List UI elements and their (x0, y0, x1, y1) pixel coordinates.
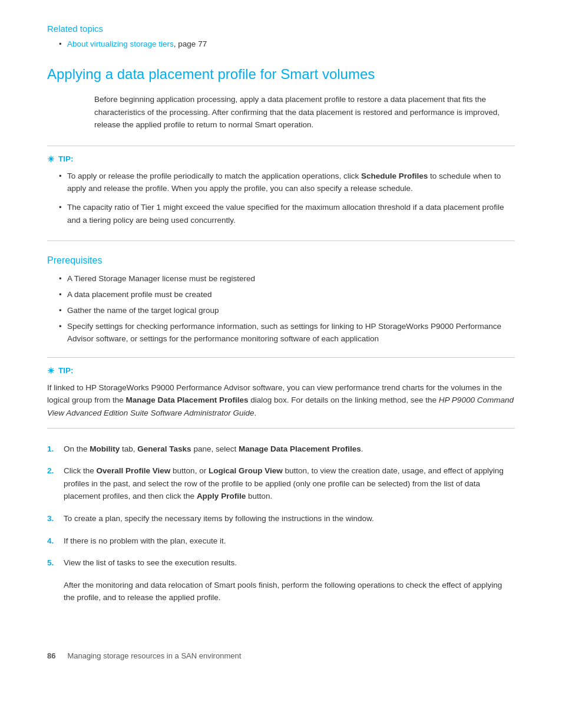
tip-icon-1: ☀ (47, 154, 55, 164)
tip-label-1: ☀ TIP: (47, 154, 515, 164)
tip-item-1: To apply or release the profile periodic… (59, 170, 515, 195)
after-steps-text: After the monitoring and data relocation… (64, 579, 515, 604)
step-5-num: 5. (47, 556, 58, 569)
related-topic-item: About virtualizing storage tiers, page 7… (59, 39, 515, 48)
tip-item-2: The capacity ratio of Tier 1 might excee… (59, 201, 515, 226)
prerequisites-heading: Prerequisites (47, 255, 515, 266)
step-1: 1. On the Mobility tab, General Tasks pa… (47, 443, 515, 456)
footer-page-number: 86 (47, 651, 55, 660)
footer-description: Managing storage resources in a SAN envi… (67, 651, 241, 660)
step-5: 5. View the list of tasks to see the exe… (47, 556, 515, 569)
step-1-text: On the Mobility tab, General Tasks pane,… (64, 443, 515, 456)
prereq-item-4: Specify settings for checking performanc… (59, 321, 515, 345)
prereq-item-2: A data placement profile must be created (59, 289, 515, 301)
tip-2-content: If linked to HP StorageWorks P9000 Perfo… (47, 381, 515, 420)
page-content: Related topics About virtualizing storag… (0, 0, 562, 696)
related-topics-list: About virtualizing storage tiers, page 7… (59, 39, 515, 48)
step-2-text: Click the Overall Profile View button, o… (64, 465, 515, 503)
step-5-text: View the list of tasks to see the execut… (64, 556, 515, 569)
related-topic-suffix: , page 77 (174, 39, 207, 48)
tip2-bold1: Manage Data Placement Profiles (126, 396, 249, 404)
prereq-item-1: A Tiered Storage Manager license must be… (59, 273, 515, 285)
related-topic-link[interactable]: About virtualizing storage tiers (67, 39, 174, 48)
tip-label-text-1: TIP: (58, 154, 74, 163)
prerequisites-section: Prerequisites A Tiered Storage Manager l… (47, 255, 515, 345)
prereq-item-3: Gather the name of the target logical gr… (59, 305, 515, 317)
steps-list: 1. On the Mobility tab, General Tasks pa… (47, 443, 515, 569)
step-3-text: To create a plan, specify the necessary … (64, 512, 515, 525)
step-4-text: If there is no problem with the plan, ex… (64, 535, 515, 548)
step-2: 2. Click the Overall Profile View button… (47, 465, 515, 503)
step-1-num: 1. (47, 443, 58, 456)
tip-item-1-bold: Schedule Profiles (361, 172, 428, 180)
related-topics-heading: Related topics (47, 24, 515, 34)
step-2-num: 2. (47, 465, 58, 477)
tip2-text-middle: dialog box. For details on the linking m… (248, 396, 438, 404)
step-3: 3. To create a plan, specify the necessa… (47, 512, 515, 525)
step-4-num: 4. (47, 535, 58, 548)
intro-text: Before beginning application processing,… (94, 93, 515, 131)
tip-list-1: To apply or release the profile periodic… (59, 170, 515, 226)
prerequisites-list: A Tiered Storage Manager license must be… (59, 273, 515, 345)
tip-box-2: ☀ TIP: If linked to HP StorageWorks P900… (47, 357, 515, 429)
tip-icon-2: ☀ (47, 366, 55, 375)
step-4: 4. If there is no problem with the plan,… (47, 535, 515, 548)
tip-box-1: ☀ TIP: To apply or release the profile p… (47, 146, 515, 241)
related-topics-section: Related topics About virtualizing storag… (47, 24, 515, 48)
tip-item-1-before: To apply or release the profile periodic… (67, 172, 361, 180)
tip2-text-after: . (254, 409, 256, 417)
tip-item-2-text: The capacity ratio of Tier 1 might excee… (67, 203, 504, 225)
step-3-num: 3. (47, 512, 58, 525)
tip-label-text-2: TIP: (58, 366, 74, 375)
main-section-heading: Applying a data placement profile for Sm… (47, 66, 515, 83)
page-footer: 86 Managing storage resources in a SAN e… (47, 651, 515, 660)
tip-label-2: ☀ TIP: (47, 366, 515, 375)
